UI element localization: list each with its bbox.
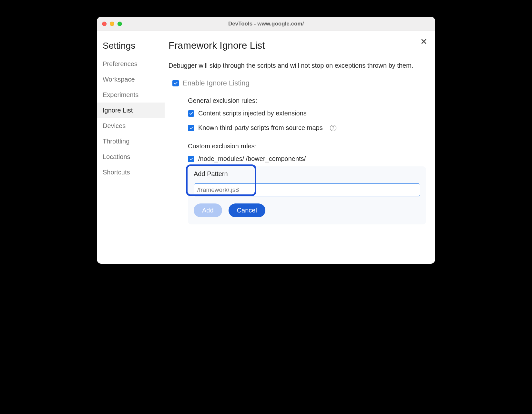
sidebar-item-throttling[interactable]: Throttling [97, 133, 165, 149]
window-minimize-light[interactable] [110, 22, 114, 26]
custom-rule-node-modules-label: /node_modules/|/bower_components/ [198, 155, 306, 163]
cancel-button[interactable]: Cancel [229, 203, 265, 217]
general-rules-group: Content scripts injected by extensions K… [188, 110, 426, 132]
checkmark-icon [173, 81, 178, 85]
help-icon[interactable]: ? [330, 125, 336, 131]
devtools-settings-window: DevTools - www.google.com/ ✕ Settings Pr… [97, 17, 435, 264]
enable-ignore-listing-checkbox[interactable] [172, 80, 179, 86]
sidebar-item-preferences[interactable]: Preferences [97, 56, 165, 72]
sidebar-item-ignore-list[interactable]: Ignore List [97, 103, 165, 118]
custom-rule-node-modules-checkbox[interactable] [188, 156, 194, 162]
custom-rules-group: /node_modules/|/bower_components/ Add Pa… [188, 155, 426, 224]
add-pattern-buttons: Add Cancel [194, 203, 420, 217]
add-pattern-input[interactable] [194, 183, 420, 196]
settings-sidebar: Settings Preferences Workspace Experimen… [97, 31, 165, 264]
custom-exclusion-heading: Custom exclusion rules: [188, 143, 426, 150]
rule-content-scripts-checkbox[interactable] [188, 110, 194, 117]
window-title: DevTools - www.google.com/ [97, 21, 435, 27]
close-icon[interactable]: ✕ [420, 37, 427, 46]
sidebar-item-devices[interactable]: Devices [97, 118, 165, 133]
checkmark-icon [189, 126, 193, 130]
traffic-lights [102, 22, 122, 26]
rule-third-party-row[interactable]: Known third-party scripts from source ma… [188, 124, 426, 132]
page-description: Debugger will skip through the scripts a… [169, 61, 426, 70]
page-title: Framework Ignore List [169, 40, 426, 55]
sidebar-item-experiments[interactable]: Experiments [97, 87, 165, 103]
add-button[interactable]: Add [194, 203, 222, 217]
titlebar: DevTools - www.google.com/ [97, 17, 435, 31]
add-pattern-label: Add Pattern [194, 166, 420, 183]
sidebar-item-shortcuts[interactable]: Shortcuts [97, 164, 165, 180]
checkmark-icon [189, 111, 193, 116]
rule-third-party-checkbox[interactable] [188, 125, 194, 131]
window-zoom-light[interactable] [118, 22, 122, 26]
enable-ignore-listing-row[interactable]: Enable Ignore Listing [172, 79, 426, 87]
checkmark-icon [189, 157, 193, 161]
sidebar-item-locations[interactable]: Locations [97, 149, 165, 164]
general-exclusion-heading: General exclusion rules: [188, 97, 426, 104]
settings-main: Framework Ignore List Debugger will skip… [165, 31, 435, 264]
sidebar-title: Settings [97, 39, 165, 56]
sidebar-item-workspace[interactable]: Workspace [97, 72, 165, 87]
custom-rule-node-modules-row[interactable]: /node_modules/|/bower_components/ [188, 155, 426, 163]
settings-body: ✕ Settings Preferences Workspace Experim… [97, 31, 435, 264]
rule-content-scripts-row[interactable]: Content scripts injected by extensions [188, 110, 426, 117]
window-close-light[interactable] [102, 22, 107, 26]
rule-third-party-label: Known third-party scripts from source ma… [198, 124, 323, 132]
rule-content-scripts-label: Content scripts injected by extensions [198, 110, 307, 117]
enable-ignore-listing-label: Enable Ignore Listing [183, 79, 250, 87]
add-pattern-panel: Add Pattern Add Cancel [188, 166, 426, 224]
